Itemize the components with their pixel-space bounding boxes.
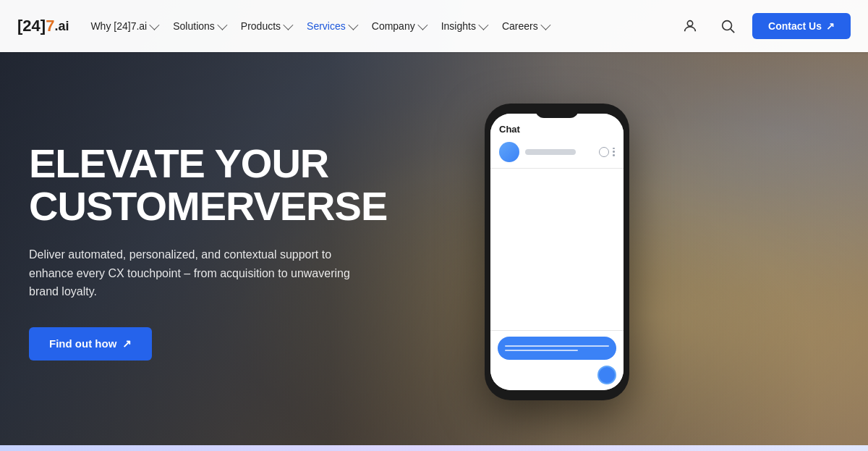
input-line-1 xyxy=(505,345,609,347)
logo-24: 24 xyxy=(22,17,40,35)
logo-bracket-open: [ xyxy=(17,17,22,35)
hero-subtitle: Deliver automated, personalized, and con… xyxy=(29,245,376,301)
chat-name-placeholder xyxy=(525,149,576,155)
chevron-down-icon xyxy=(417,20,427,30)
phone-mockup-container: Chat xyxy=(477,52,637,451)
navbar: [ 24 ] 7 .ai Why [24]7.ai Solutions Prod… xyxy=(0,0,868,52)
chat-header: Chat xyxy=(490,114,624,169)
user-icon xyxy=(682,18,698,34)
nav-item-insights[interactable]: Insights xyxy=(434,14,493,38)
svg-point-1 xyxy=(723,21,732,30)
chevron-down-icon xyxy=(283,20,293,30)
search-icon-button[interactable] xyxy=(715,13,741,39)
logo-bracket-close: ] xyxy=(41,17,46,35)
logo-ai: .ai xyxy=(54,19,69,34)
arrow-icon: ↗ xyxy=(122,337,132,350)
user-icon-button[interactable] xyxy=(677,13,703,39)
find-out-how-button[interactable]: Find out how ↗ xyxy=(29,327,152,361)
chat-input-lines xyxy=(505,345,609,351)
input-line-2 xyxy=(505,350,578,351)
chat-avatar xyxy=(499,142,519,162)
nav-item-services[interactable]: Services xyxy=(299,14,363,38)
chat-avatar-row xyxy=(499,142,615,162)
more-options-dot xyxy=(613,148,615,150)
chevron-down-icon xyxy=(478,20,488,30)
nav-item-solutions[interactable]: Solutions xyxy=(166,14,232,38)
nav-item-why[interactable]: Why [24]7.ai xyxy=(83,14,164,38)
nav-item-company[interactable]: Company xyxy=(365,14,433,38)
chevron-down-icon xyxy=(150,20,160,30)
arrow-icon: ↗ xyxy=(826,20,835,32)
hero-content: ELEVATE YOUR CUSTOMERVERSE Deliver autom… xyxy=(0,52,868,451)
phone-screen: Chat xyxy=(490,114,624,390)
chevron-down-icon xyxy=(348,20,358,30)
chat-input-bar[interactable] xyxy=(498,337,616,360)
phone-device: Chat xyxy=(485,104,629,400)
search-icon xyxy=(720,18,736,34)
hero-title: ELEVATE YOUR CUSTOMERVERSE xyxy=(29,143,387,228)
nav-icons xyxy=(677,13,741,39)
chat-settings-icon xyxy=(599,147,609,157)
chat-title: Chat xyxy=(499,124,615,135)
contact-us-button[interactable]: Contact Us ↗ xyxy=(752,13,851,39)
more-options-dot xyxy=(613,154,615,156)
nav-links: Why [24]7.ai Solutions Products Services… xyxy=(83,14,671,38)
phone-notch xyxy=(535,104,579,118)
logo[interactable]: [ 24 ] 7 .ai xyxy=(17,17,69,35)
logo-seven: 7 xyxy=(46,17,54,35)
more-options-dot xyxy=(613,151,615,153)
nav-item-products[interactable]: Products xyxy=(234,14,298,38)
chevron-down-icon xyxy=(540,20,550,30)
chat-footer xyxy=(490,330,624,390)
chat-body xyxy=(490,169,624,330)
nav-item-careers[interactable]: Careers xyxy=(495,14,556,38)
svg-line-2 xyxy=(731,29,734,33)
chevron-down-icon xyxy=(217,20,227,30)
chat-send-button[interactable] xyxy=(597,366,616,384)
hero-text-block: ELEVATE YOUR CUSTOMERVERSE Deliver autom… xyxy=(29,143,387,360)
svg-point-0 xyxy=(687,21,692,26)
bottom-decorative-bar xyxy=(0,445,868,451)
